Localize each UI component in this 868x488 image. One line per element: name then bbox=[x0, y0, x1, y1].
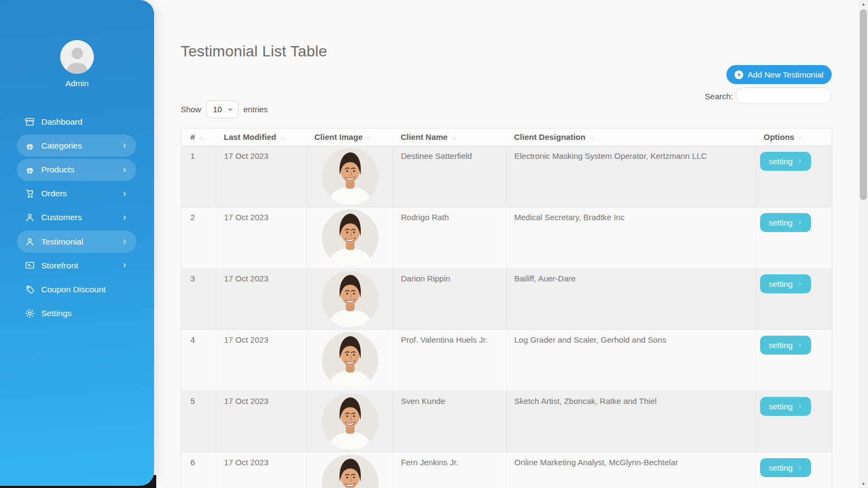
cell-client-name: Destinee Satterfield bbox=[393, 146, 507, 207]
table-header: #↑↓Last Modified↑↓Client Image↑↓Client N… bbox=[181, 129, 832, 146]
cell-last-modified: 17 Oct 2023 bbox=[216, 146, 307, 207]
cell-client-designation: Electronic Masking System Operator, Kert… bbox=[507, 146, 756, 207]
cell-options: setting bbox=[756, 146, 832, 207]
cell-client-designation: Online Marketing Analyst, McGlynn-Bechte… bbox=[507, 452, 756, 488]
table-body: 1 17 Oct 2023 bbox=[181, 146, 832, 488]
cell-client-image bbox=[307, 391, 393, 452]
search-input[interactable] bbox=[736, 87, 832, 104]
column-header-client-designation[interactable]: Client Designation↑↓ bbox=[507, 129, 756, 146]
monitor-icon bbox=[24, 260, 35, 271]
setting-button[interactable]: setting bbox=[760, 274, 811, 293]
cell-number: 4 bbox=[181, 330, 216, 391]
sidebar-item-testimonial[interactable]: Testimonial bbox=[17, 230, 136, 253]
table-row: 1 17 Oct 2023 bbox=[181, 146, 832, 207]
cell-client-designation: Sketch Artist, Zboncak, Ratke and Thiel bbox=[507, 391, 756, 452]
cupcake-icon bbox=[24, 164, 35, 175]
sidebar-item-settings[interactable]: Settings bbox=[17, 303, 136, 325]
cart-icon bbox=[24, 188, 35, 199]
client-photo bbox=[322, 271, 379, 328]
tag-icon bbox=[24, 284, 35, 295]
setting-button[interactable]: setting bbox=[760, 152, 811, 171]
cell-client-image bbox=[307, 330, 393, 391]
cell-client-name: Darion Rippin bbox=[393, 268, 507, 330]
cell-last-modified: 17 Oct 2023 bbox=[216, 207, 307, 268]
chevron-right-icon bbox=[797, 403, 802, 409]
chevron-right-icon bbox=[122, 167, 127, 173]
store-icon bbox=[24, 117, 35, 127]
chevron-right-icon bbox=[797, 465, 802, 471]
chevron-right-icon bbox=[122, 262, 127, 268]
cell-client-name: Prof. Valentina Huels Jr. bbox=[393, 330, 507, 391]
page-size-control: Show 10 entries bbox=[181, 100, 268, 118]
entries-label: entries bbox=[244, 105, 268, 114]
sort-icon: ↑↓ bbox=[367, 135, 371, 141]
sort-icon: ↑↓ bbox=[280, 135, 284, 141]
cell-number: 6 bbox=[181, 452, 216, 488]
cell-client-name: Rodrigo Rath bbox=[393, 207, 507, 268]
setting-button[interactable]: setting bbox=[760, 336, 811, 355]
cell-number: 5 bbox=[181, 391, 216, 452]
chevron-right-icon bbox=[122, 143, 127, 149]
sidebar-menu: Dashboard Categories Products Orders Cus… bbox=[0, 109, 154, 326]
scrollbar[interactable]: ▲ ▼ bbox=[859, 0, 868, 488]
column-header-options[interactable]: Options↑↓ bbox=[756, 129, 832, 146]
cell-number: 2 bbox=[181, 207, 216, 268]
chevron-right-icon bbox=[122, 215, 127, 221]
scroll-down-arrow-icon[interactable]: ▼ bbox=[859, 482, 868, 486]
cell-client-designation: Bailiff, Auer-Dare bbox=[507, 268, 756, 330]
cell-last-modified: 17 Oct 2023 bbox=[216, 268, 307, 330]
plus-circle-icon: + bbox=[735, 70, 743, 79]
cell-client-name: Fern Jenkins Jr. bbox=[393, 452, 507, 488]
column-header-last-modified[interactable]: Last Modified↑↓ bbox=[216, 129, 307, 146]
sidebar-item-products[interactable]: Products bbox=[17, 159, 136, 181]
scrollbar-thumb[interactable] bbox=[860, 9, 867, 200]
sort-icon: ↑↓ bbox=[798, 135, 802, 141]
admin-avatar bbox=[60, 40, 94, 74]
setting-button[interactable]: setting bbox=[760, 397, 811, 416]
table-row: 2 17 Oct 2023 bbox=[181, 207, 832, 268]
cell-number: 1 bbox=[181, 146, 216, 207]
page-size-select[interactable]: 10 bbox=[206, 100, 239, 118]
sort-icon: ↑↓ bbox=[589, 135, 593, 141]
admin-name: Admin bbox=[0, 79, 154, 88]
chevron-right-icon bbox=[797, 281, 802, 287]
column-header-client-image[interactable]: Client Image↑↓ bbox=[307, 129, 393, 146]
cell-options: setting bbox=[756, 452, 832, 488]
table-row: 4 17 Oct 2023 bbox=[181, 330, 832, 391]
page-title: Testimonial List Table bbox=[181, 43, 327, 60]
chevron-right-icon bbox=[122, 239, 127, 245]
setting-button[interactable]: setting bbox=[760, 213, 811, 232]
sidebar-item-customers[interactable]: Customers bbox=[17, 207, 136, 229]
cell-number: 3 bbox=[181, 268, 216, 330]
cell-client-name: Sven Kunde bbox=[393, 391, 507, 452]
scroll-up-arrow-icon[interactable]: ▲ bbox=[859, 2, 868, 6]
chevron-right-icon bbox=[797, 342, 802, 348]
sidebar-item-orders[interactable]: Orders bbox=[17, 183, 136, 205]
column-header-[interactable]: #↑↓ bbox=[181, 129, 216, 146]
cell-last-modified: 17 Oct 2023 bbox=[216, 330, 307, 391]
person-silhouette-icon bbox=[60, 40, 94, 74]
column-header-client-name[interactable]: Client Name↑↓ bbox=[393, 129, 507, 146]
client-photo bbox=[322, 148, 379, 205]
sidebar-item-dashboard[interactable]: Dashboard bbox=[17, 111, 136, 133]
search-label: Search: bbox=[673, 92, 733, 101]
add-new-testimonial-button[interactable]: + Add New Testimonial bbox=[726, 65, 832, 84]
table-row: 5 17 Oct 2023 bbox=[181, 391, 832, 452]
sidebar-item-coupon-discount[interactable]: Coupon Discount bbox=[17, 279, 136, 301]
sidebar-item-storefront[interactable]: Storefront bbox=[17, 254, 136, 277]
cupcake-icon bbox=[24, 140, 35, 151]
cell-last-modified: 17 Oct 2023 bbox=[216, 391, 307, 452]
cell-last-modified: 17 Oct 2023 bbox=[216, 452, 307, 488]
sidebar-item-categories[interactable]: Categories bbox=[17, 134, 136, 157]
setting-button[interactable]: setting bbox=[760, 458, 811, 477]
cell-options: setting bbox=[756, 391, 832, 452]
gear-icon bbox=[24, 308, 35, 319]
cell-options: setting bbox=[756, 330, 832, 391]
table-row: 3 17 Oct 2023 bbox=[181, 268, 832, 330]
person-icon bbox=[24, 212, 35, 223]
show-label: Show bbox=[181, 105, 201, 114]
profile: Admin bbox=[0, 0, 154, 88]
cell-client-image bbox=[307, 268, 393, 330]
chevron-right-icon bbox=[122, 191, 127, 197]
chevron-right-icon bbox=[797, 220, 802, 226]
